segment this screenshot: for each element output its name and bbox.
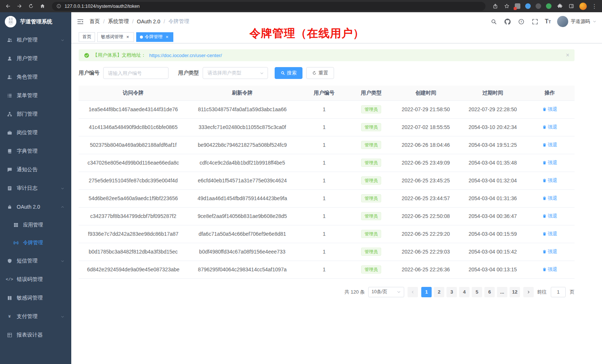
force-logout-button[interactable]: 强退 [542, 124, 557, 130]
help-icon[interactable]: ? [517, 18, 525, 25]
goto-page-input[interactable] [551, 287, 566, 297]
sidebar-item[interactable]: 字典管理 [0, 142, 71, 161]
page-button[interactable]: 1 [421, 287, 432, 297]
action-cell: 强退 [525, 225, 575, 243]
breadcrumb-item[interactable]: 系统管理 [108, 18, 129, 25]
app-logo[interactable]: 芋道管理系统 [0, 12, 71, 31]
force-logout-button[interactable]: 强退 [542, 248, 557, 255]
user-type-cell: 管理员 [351, 118, 391, 136]
page-size-select[interactable]: 10条/页 [368, 287, 404, 297]
notice-icon [6, 167, 13, 172]
page-button[interactable]: 5 [472, 287, 482, 297]
sidebar-item[interactable]: 租户管理 [0, 31, 71, 49]
role-icon [6, 75, 13, 80]
extension-icon[interactable] [525, 3, 531, 9]
force-logout-button[interactable]: 强退 [542, 106, 557, 113]
success-check-icon [84, 53, 89, 58]
force-logout-button[interactable]: 强退 [542, 231, 557, 237]
user-id-input[interactable] [103, 67, 169, 79]
sidebar-item[interactable]: OAuth 2.0 [0, 198, 71, 216]
column-header: 刷新令牌 [188, 86, 297, 100]
tab-close-icon[interactable]: × [125, 34, 130, 40]
page-button[interactable]: 3 [446, 287, 457, 297]
font-size-icon[interactable]: TT [545, 19, 551, 24]
breadcrumb-item[interactable]: 首页 [89, 18, 100, 25]
back-icon[interactable] [4, 3, 11, 10]
collapse-menu-icon[interactable] [77, 18, 84, 25]
user-type-cell: 管理员 [351, 154, 391, 172]
chevron-down-icon [260, 71, 264, 75]
tab-item[interactable]: 首页 [79, 32, 95, 42]
user-id-label: 用户编号 [79, 70, 99, 76]
sidebar-item[interactable]: 敏感词管理 [0, 289, 71, 307]
browser-profile-avatar[interactable] [579, 3, 587, 10]
search-button[interactable]: 搜索 [275, 67, 302, 79]
page-button[interactable]: 6 [484, 287, 495, 297]
doc-link[interactable]: https://doc.iocoder.cn/user-center/ [149, 53, 222, 58]
sidebar-item[interactable]: </>错误码管理 [0, 270, 71, 289]
sidebar-item[interactable]: 审计日志 [0, 179, 71, 198]
sidebar-item[interactable]: 报表设计器 [0, 326, 71, 344]
tenant-users-icon [6, 37, 13, 43]
create-time-cell: 2022-06-26 18:04:46 [391, 136, 461, 154]
search-icon[interactable] [490, 18, 497, 25]
user-type-placeholder: 请选择用户类型 [207, 70, 241, 76]
alert-close-icon[interactable]: × [566, 52, 569, 58]
sensitive-word-icon [6, 295, 13, 301]
sidebar-item[interactable]: 菜单管理 [0, 86, 71, 105]
address-bar[interactable]: 127.0.0.1:1024/system/oauth2/token [52, 2, 485, 11]
prev-page-button[interactable] [408, 287, 418, 297]
sidebar-item[interactable]: 短信管理 [0, 252, 71, 270]
user-dropdown[interactable]: 芋道源码 [557, 16, 596, 27]
forward-icon[interactable] [16, 3, 23, 10]
sidebar-item[interactable]: 部门管理 [0, 105, 71, 123]
refresh-token-cell: 49d1aa46d1454fbd87591444423be9fa [188, 189, 297, 207]
user-id-cell: 1 [297, 243, 351, 261]
page-ellipsis[interactable]: ... [497, 287, 507, 297]
sidebar-item[interactable]: 应用管理 [0, 216, 71, 234]
sidebar-item[interactable]: 通知公告 [0, 161, 71, 179]
sidebar-item[interactable]: 角色管理 [0, 68, 71, 86]
site-info-icon[interactable] [56, 4, 61, 9]
side-panel-icon[interactable] [568, 3, 575, 10]
extension-icon[interactable] [536, 3, 541, 9]
force-logout-button[interactable]: 强退 [542, 177, 557, 184]
user-type-cell: 管理员 [351, 136, 391, 154]
browser-menu-icon[interactable]: ⋮ [592, 3, 598, 10]
extension-icon[interactable] [515, 3, 520, 9]
sidebar-item[interactable]: 用户管理 [0, 49, 71, 68]
bookmark-star-icon[interactable] [503, 3, 510, 10]
column-header: 访问令牌 [79, 86, 188, 100]
force-logout-button[interactable]: 强退 [542, 195, 557, 202]
fullscreen-icon[interactable] [531, 18, 539, 25]
app-frame: 芋道管理系统 租户管理用户管理角色管理菜单管理部门管理岗位管理字典管理通知公告审… [0, 12, 602, 364]
force-logout-button[interactable]: 强退 [542, 142, 557, 148]
force-logout-button[interactable]: 强退 [542, 213, 557, 219]
sidebar-item-label: 菜单管理 [17, 92, 65, 99]
github-icon[interactable] [504, 18, 511, 25]
tab-close-icon[interactable]: × [164, 34, 170, 40]
home-icon[interactable] [39, 3, 46, 10]
page-button[interactable]: 2 [434, 287, 444, 297]
expire-time-cell: 2022-07-29 22:28:50 [461, 100, 525, 118]
breadcrumb-item[interactable]: OAuth 2.0 [137, 19, 160, 24]
user-type-select[interactable]: 请选择用户类型 [203, 67, 268, 79]
force-logout-button[interactable]: 强退 [542, 266, 557, 273]
extensions-puzzle-icon[interactable] [556, 3, 563, 10]
reload-icon[interactable] [27, 3, 34, 10]
sidebar-item[interactable]: ¥支付管理 [0, 307, 71, 326]
delete-icon [542, 267, 547, 272]
force-logout-label: 强退 [548, 106, 557, 113]
page-button[interactable]: 4 [459, 287, 470, 297]
sidebar-item[interactable]: 岗位管理 [0, 123, 71, 142]
extension-icon[interactable] [546, 3, 552, 9]
sidebar-item[interactable]: 令牌管理 [0, 234, 71, 252]
tab-item[interactable]: 敏感词管理× [97, 32, 134, 42]
reset-button[interactable]: 重置 [306, 67, 334, 79]
next-page-button[interactable] [523, 287, 534, 297]
force-logout-button[interactable]: 强退 [542, 159, 557, 166]
share-icon[interactable] [492, 3, 498, 10]
page-button[interactable]: 12 [510, 287, 520, 297]
menu-list-icon [6, 93, 13, 98]
tab-item[interactable]: 令牌管理× [136, 32, 173, 42]
